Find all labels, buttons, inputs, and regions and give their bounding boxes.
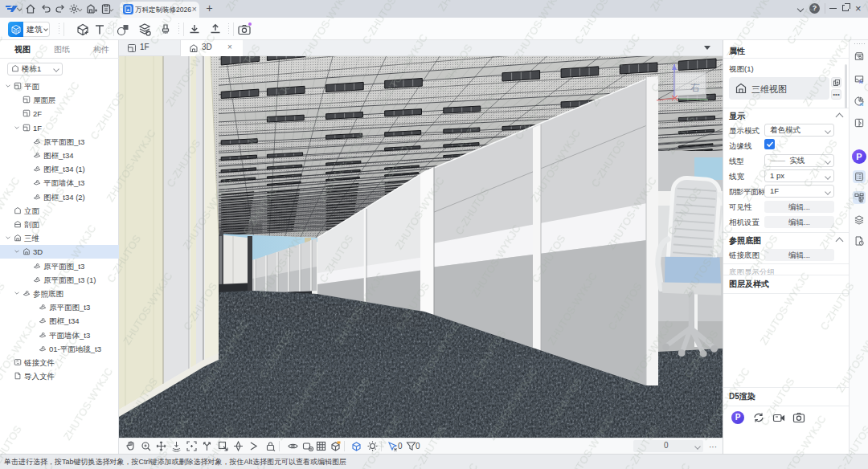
svg-text:右: 右	[690, 82, 700, 93]
svg-text:AI: AI	[859, 103, 863, 107]
svg-text:AI: AI	[859, 80, 863, 84]
